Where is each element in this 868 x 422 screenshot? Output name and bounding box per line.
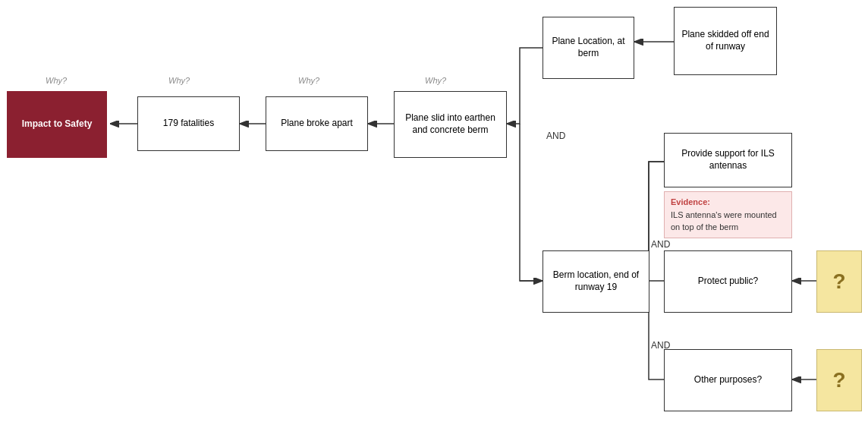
why-label-3: Why? (298, 76, 319, 85)
question-mark-1: ? (816, 250, 862, 313)
why-label-1: Why? (46, 76, 67, 85)
broke-apart-node: Plane broke apart (266, 96, 368, 151)
fatalities-node: 179 fatalities (137, 96, 240, 151)
question-mark-2: ? (816, 349, 862, 411)
why-label-2: Why? (168, 76, 190, 85)
evidence-box: Evidence: ILS antenna's were mounted on … (664, 191, 792, 238)
and-label-2: AND (651, 239, 670, 250)
protect-public-node: Protect public? (664, 250, 792, 313)
and-label-1: AND (546, 131, 565, 141)
ils-support-node: Provide support for ILS antennas (664, 133, 792, 187)
diagram: Why? Why? Why? Why? AND AND AND Impact t… (0, 0, 868, 422)
other-purposes-node: Other purposes? (664, 349, 792, 411)
skidded-node: Plane skidded off end of runway (674, 7, 777, 75)
plane-location-node: Plane Location, at berm (542, 17, 634, 79)
slid-berm-node: Plane slid into earthen and concrete ber… (394, 91, 507, 158)
berm-location-node: Berm location, end of runway 19 (542, 250, 649, 313)
impact-to-safety-node: Impact to Safety (7, 91, 107, 158)
why-label-4: Why? (425, 76, 446, 85)
